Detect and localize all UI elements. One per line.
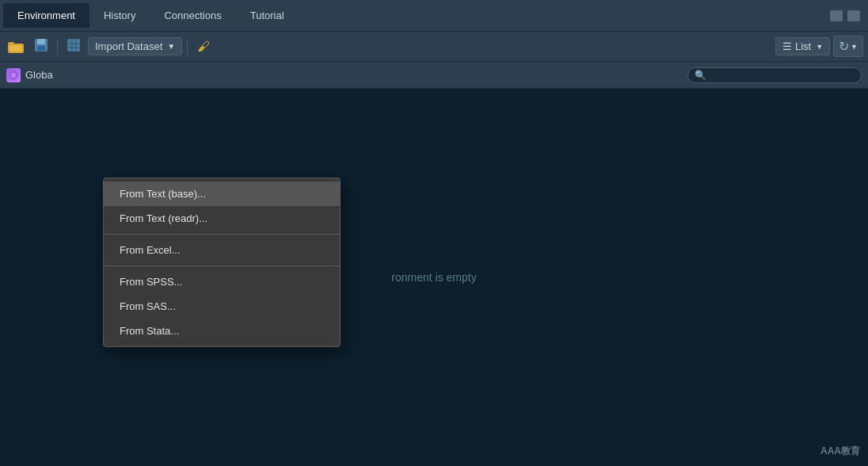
menu-item-from-excel[interactable]: From Excel... (104, 238, 340, 262)
watermark: AAA教育 (820, 445, 860, 458)
search-input[interactable] (710, 70, 855, 81)
svg-point-12 (11, 73, 16, 78)
svg-rect-4 (37, 39, 45, 44)
menu-item-from-text-base[interactable]: From Text (base)... (104, 181, 340, 206)
refresh-icon: ↻ (839, 39, 849, 54)
menu-separator-2 (104, 265, 340, 266)
toolbar-right: ☰ List ▼ ↻ ▼ (775, 36, 863, 57)
svg-rect-1 (8, 42, 14, 45)
save-icon (34, 38, 48, 55)
list-view-button[interactable]: ☰ List ▼ (775, 37, 830, 55)
save-button[interactable] (30, 36, 52, 57)
minimize-button[interactable] (830, 10, 843, 21)
tab-environment[interactable]: Environment (3, 3, 89, 28)
menu-item-from-sas[interactable]: From SAS... (104, 294, 340, 319)
brush-button[interactable]: 🖌 (192, 36, 215, 57)
list-arrow-icon: ▼ (816, 43, 823, 51)
tab-history[interactable]: History (89, 3, 150, 28)
search-icon: 🔍 (695, 70, 706, 81)
folder-icon (8, 40, 24, 53)
main-content: ronment is empty From Text (base)... Fro… (0, 89, 868, 466)
toolbar: Import Dataset ▼ 🖌 ☰ List ▼ ↻ ▼ (0, 32, 868, 62)
svg-rect-2 (10, 45, 22, 52)
toolbar-separator-2 (187, 39, 188, 55)
search-box[interactable]: 🔍 (687, 67, 862, 83)
menu-separator-1 (104, 234, 340, 235)
dropdown-arrow-icon: ▼ (167, 42, 175, 51)
environment-bar: Globa 🔍 (0, 62, 868, 89)
list-icon: ☰ (782, 40, 792, 52)
environment-icon (6, 68, 21, 82)
menu-item-from-stata[interactable]: From Stata... (104, 319, 340, 343)
tab-tutorial[interactable]: Tutorial (236, 3, 299, 28)
maximize-button[interactable] (847, 10, 860, 21)
open-folder-button[interactable] (5, 36, 27, 57)
brush-icon: 🖌 (197, 40, 210, 54)
svg-rect-6 (67, 39, 80, 52)
refresh-button[interactable]: ↻ ▼ (833, 36, 863, 57)
import-dataset-dropdown: From Text (base)... From Text (readr)...… (103, 178, 341, 347)
empty-environment-message: ronment is empty (391, 271, 476, 284)
environment-label: Globa (25, 69, 53, 81)
refresh-arrow-icon: ▼ (851, 43, 858, 51)
menu-item-from-spss[interactable]: From SPSS... (104, 269, 340, 294)
window-controls (830, 10, 865, 21)
tab-connections[interactable]: Connections (150, 3, 235, 28)
menu-item-from-text-readr[interactable]: From Text (readr)... (104, 206, 340, 231)
svg-rect-5 (37, 46, 45, 51)
tab-bar: Environment History Connections Tutorial (0, 0, 868, 32)
table-icon (67, 38, 81, 55)
import-dataset-button[interactable]: Import Dataset ▼ (88, 37, 182, 55)
grid-icon-button[interactable] (63, 36, 85, 57)
toolbar-separator-1 (57, 39, 58, 55)
